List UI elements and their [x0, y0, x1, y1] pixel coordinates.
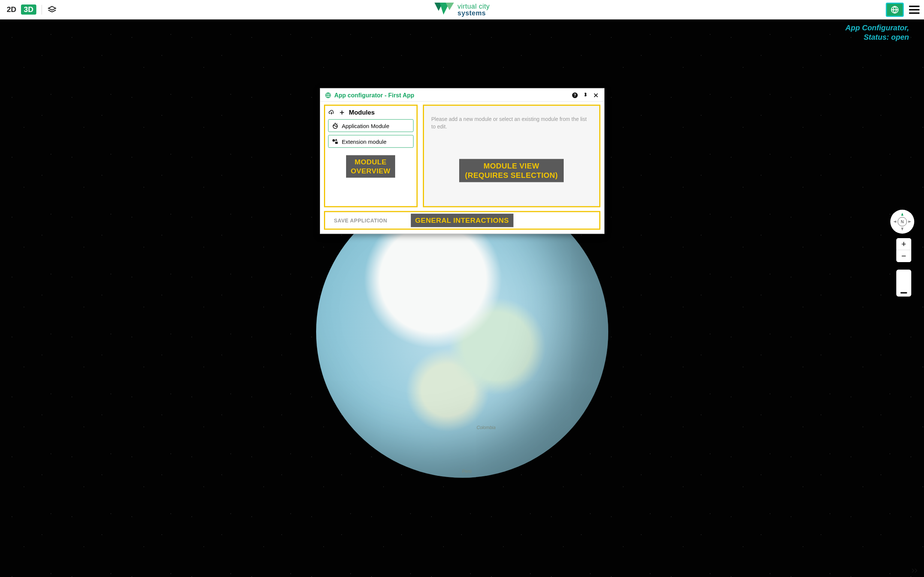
- svg-marker-15: [893, 221, 896, 223]
- svg-marker-13: [901, 213, 903, 216]
- svg-text:N: N: [901, 219, 904, 224]
- add-module-button[interactable]: [339, 110, 345, 116]
- panel-header: App configurator - First App ?: [320, 89, 604, 102]
- module-overview-label: MODULE OVERVIEW: [346, 155, 395, 178]
- chevrons-right-icon: [911, 568, 919, 573]
- globe-icon: [325, 92, 331, 99]
- close-button[interactable]: [592, 92, 600, 99]
- module-overview-column: Modules Application Module Extension mod…: [324, 105, 418, 208]
- module-view-column: Please add a new module or select an exi…: [423, 105, 600, 208]
- logo-mark-icon: [434, 3, 453, 17]
- application-module-icon: [331, 122, 339, 129]
- panel-footer: SAVE APPLICATION GENERAL INTERACTIONS: [324, 211, 600, 230]
- logo: virtual city systems: [434, 3, 490, 17]
- upload-icon: [328, 110, 335, 116]
- app-configurator-tooltip: App Configurator, Status: open: [845, 23, 909, 42]
- help-button[interactable]: ?: [571, 92, 579, 99]
- svg-point-9: [332, 139, 335, 142]
- svg-marker-16: [908, 221, 911, 223]
- map-label-peru: Perú: [462, 469, 472, 474]
- map-label-colombia: Colombia: [477, 425, 496, 430]
- svg-marker-10: [335, 139, 337, 141]
- compass-icon: N: [892, 211, 913, 232]
- hamburger-menu-button[interactable]: [909, 5, 919, 15]
- plus-icon: [339, 110, 345, 116]
- module-view-label: MODULE VIEW (REQUIRES SELECTION): [459, 159, 564, 182]
- topbar: 2D 3D virtual city systems: [0, 0, 924, 19]
- pin-button[interactable]: [582, 92, 589, 99]
- svg-text:?: ?: [573, 93, 576, 97]
- svg-rect-11: [335, 142, 338, 144]
- zoom-controls: + −: [896, 238, 911, 262]
- pin-icon: [582, 92, 589, 98]
- svg-marker-14: [901, 228, 903, 230]
- logo-text-line1: virtual city: [457, 3, 490, 10]
- tooltip-line1: App Configurator,: [845, 23, 909, 32]
- help-icon: ?: [572, 92, 578, 99]
- modules-header: Modules: [328, 109, 413, 116]
- compass-control[interactable]: N: [890, 210, 914, 234]
- separator: [42, 5, 42, 15]
- view-3d-button[interactable]: 3D: [21, 5, 37, 15]
- modules-header-label: Modules: [349, 109, 375, 116]
- module-item-label: Extension module: [342, 138, 387, 145]
- save-application-button[interactable]: SAVE APPLICATION: [329, 214, 392, 227]
- module-item-label: Application Module: [342, 122, 390, 129]
- close-icon: [593, 92, 599, 98]
- layers-icon: [48, 5, 56, 14]
- module-item-application[interactable]: Application Module: [328, 119, 413, 132]
- app-configurator-panel: App configurator - First App ? Modules: [320, 89, 605, 234]
- globe-icon: [890, 5, 899, 14]
- logo-text-line2: systems: [457, 10, 490, 16]
- view-toggle: 2D 3D: [5, 5, 36, 15]
- panel-title: App configurator - First App: [334, 92, 414, 99]
- upload-button[interactable]: [328, 110, 335, 116]
- module-view-hint: Please add a new module or select an exi…: [427, 109, 596, 130]
- svg-marker-0: [48, 6, 56, 10]
- tilt-handle-icon: [900, 292, 907, 293]
- app-configurator-button[interactable]: [886, 3, 904, 17]
- general-interactions-label: GENERAL INTERACTIONS: [411, 214, 513, 227]
- tooltip-line2: Status: open: [845, 32, 909, 42]
- expand-toolbar-button[interactable]: [911, 568, 919, 573]
- module-item-extension[interactable]: Extension module: [328, 135, 413, 148]
- zoom-out-button[interactable]: −: [896, 250, 911, 262]
- extension-module-icon: [331, 138, 339, 145]
- zoom-in-button[interactable]: +: [896, 238, 911, 250]
- layers-button[interactable]: [47, 5, 57, 15]
- tilt-slider[interactable]: [896, 269, 911, 297]
- view-2d-button[interactable]: 2D: [5, 5, 19, 15]
